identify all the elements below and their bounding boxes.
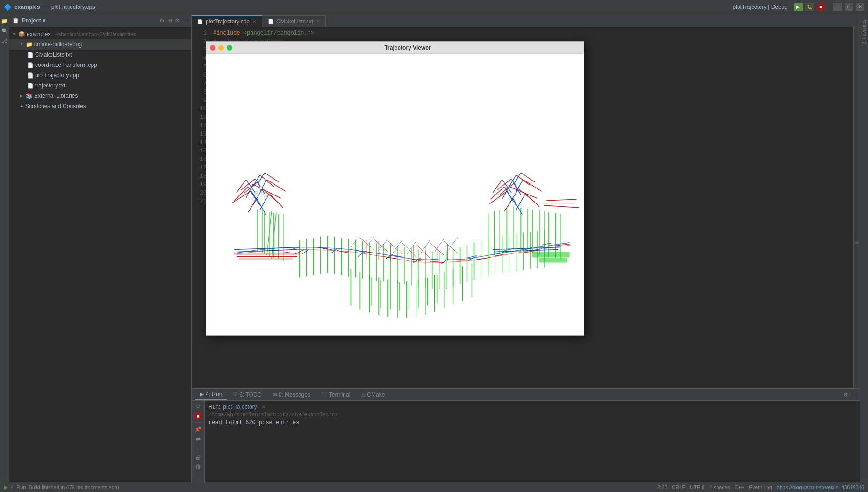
terminal-tab-icon: ⬛: [322, 392, 327, 397]
plottraj-item[interactable]: 📄 plotTrajectory.cpp: [9, 70, 191, 80]
tab-plottraj-close[interactable]: ✕: [252, 19, 256, 24]
project-toolbar: 📋 Project ▾ ⚙ ⊞ ⚙ —: [9, 14, 191, 27]
trajectory-item[interactable]: 📄 trajectory.txt: [9, 80, 191, 91]
todo-tab-icon: ☑: [233, 392, 237, 397]
editor-tabs: 📄 plotTrajectory.cpp ✕ 📄 CMakeLists.txt …: [192, 14, 860, 27]
pin-run-btn[interactable]: 📌: [194, 426, 202, 433]
left-icon-bar: 📁 🔍 ⎇: [0, 14, 9, 482]
layout-icon[interactable]: ⊞: [167, 17, 172, 24]
cpp-tab-icon: 📄: [197, 19, 203, 24]
todo-tab[interactable]: ☑ 6: TODO: [229, 390, 266, 400]
maximize-button[interactable]: □: [845, 3, 853, 11]
cmake-tab-icon: △: [361, 392, 365, 397]
gear2-icon[interactable]: ⚙: [175, 17, 180, 24]
cursor-position: 8:23: [657, 485, 667, 490]
wrap-run-btn[interactable]: ⇌: [194, 435, 202, 442]
project-tree: ▼ 📦 examples ~/shenlan/slambook2/ch3/exa…: [9, 27, 191, 482]
print-run-btn[interactable]: 🖨: [194, 454, 202, 461]
event-log-label: Event Log: [749, 485, 772, 490]
settings-icon[interactable]: ⚙: [159, 17, 165, 24]
trajectory-titlebar[interactable]: Trajectory Viewer: [206, 42, 584, 54]
messages-tab[interactable]: ✉ 0: Messages: [268, 390, 315, 400]
tab-plottraj[interactable]: 📄 plotTrajectory.cpp ✕: [192, 15, 262, 27]
traj-maximize-btn[interactable]: [227, 45, 232, 51]
scroll-run-btn[interactable]: ↓: [194, 444, 202, 452]
root-folder-icon: 📦: [18, 31, 25, 37]
project-icon: 📋: [12, 17, 19, 24]
file-icon-coord: 📄: [27, 62, 34, 68]
search-icon[interactable]: 🔍: [1, 28, 8, 34]
txt-tab-icon: 📄: [268, 19, 273, 24]
close-button[interactable]: ✕: [856, 3, 864, 11]
run-tab-status: 4: Run: [11, 485, 26, 490]
coordinatetransform-label: coordinateTransform.cpp: [35, 62, 97, 68]
restart-run-btn[interactable]: ↺: [194, 403, 202, 410]
bottom-tabs-bar: ▶ 4: Run ☑ 6: TODO ✉ 0: Messages ⬛ Termi…: [192, 389, 860, 401]
svg-rect-42: [253, 198, 255, 201]
run-tab[interactable]: ▶ 4: Run: [195, 390, 227, 400]
app-title: examples: [14, 4, 40, 10]
tree-root-item[interactable]: ▼ 📦 examples ~/shenlan/slambook2/ch3/exa…: [9, 29, 191, 39]
title-bar: 🔷 examples — plotTrajectory.cpp plotTraj…: [0, 0, 868, 14]
minimize-button[interactable]: ─: [833, 3, 842, 11]
title-separator: —: [43, 4, 49, 10]
todo-tab-label: 6: TODO: [239, 391, 262, 398]
run-left-toolbar: ↺ ■ 📌 ⇌ ↓ 🖨 🗑: [192, 401, 205, 482]
run-header-line: Run: plotTrajectory ✕: [208, 404, 856, 410]
traj-close-btn[interactable]: [210, 45, 215, 51]
tab-cmakelists[interactable]: 📄 CMakeLists.txt ✕: [262, 15, 326, 27]
code-line-1: #include <pangolin/pangolin.h>: [213, 29, 849, 37]
cmakelists-item[interactable]: 📄 CMakeLists.txt: [9, 50, 191, 60]
traj-minimize-btn[interactable]: [218, 45, 224, 51]
stop-run-btn[interactable]: ■: [194, 412, 202, 420]
cmake-folder-item[interactable]: ▼ 📁 cmake-build-debug: [9, 39, 191, 50]
terminal-tab-label: Terminal: [329, 391, 350, 398]
run-content: ↺ ■ 📌 ⇌ ↓ 🖨 🗑 Run: plotTrajectory: [192, 401, 860, 482]
run-main-output: Run: plotTrajectory ✕ /home/wh/shenlan/s…: [205, 401, 860, 482]
extlibs-icon: 📚: [26, 93, 33, 99]
messages-tab-icon: ✉: [273, 392, 277, 397]
terminal-tab[interactable]: ⬛ Terminal: [317, 390, 355, 400]
debug-button[interactable]: 🐛: [805, 3, 814, 11]
root-path: ~/shenlan/slambook2/ch3/examples: [54, 31, 136, 37]
scratches-item[interactable]: ✦ Scratches and Consoles: [9, 101, 191, 111]
cmake-folder-icon: 📁: [26, 41, 33, 48]
url-label: https://blog.csdn.net/weixin_43619346: [777, 485, 864, 490]
svg-rect-133: [539, 258, 567, 263]
scratches-label: Scratches and Consoles: [25, 103, 86, 109]
cmake-tab-label: CMake: [367, 391, 385, 398]
cmake-arrow-icon: ▼: [20, 42, 24, 47]
status-right: 8:23 CRLF UTF-8 4 spaces C++ Event Log h…: [657, 485, 864, 490]
minimize-panel-icon[interactable]: —: [183, 17, 188, 24]
file-icon-plot: 📄: [27, 72, 34, 79]
settings-panel-icon[interactable]: ⚙: [843, 391, 848, 398]
stop-button[interactable]: ■: [817, 3, 825, 11]
build-status-text: Build finished in 479 ms (moments ago): [29, 485, 119, 490]
minimize-panel2-icon[interactable]: —: [850, 391, 856, 398]
run-close-icon[interactable]: ✕: [262, 405, 265, 410]
editor-right-gutter: [853, 27, 860, 388]
git-icon[interactable]: ⎇: [1, 38, 7, 44]
trajectory-title: Trajectory Viewer: [235, 44, 580, 51]
file-title: plotTrajectory.cpp: [51, 4, 95, 10]
plottraj-label: plotTrajectory.cpp: [35, 72, 79, 79]
messages-tab-label: 0: Messages: [279, 391, 310, 398]
run-button[interactable]: ▶: [794, 3, 803, 11]
status-left: ▶ 4: Run Build finished in 479 ms (momen…: [4, 484, 657, 491]
file-icon-traj: 📄: [27, 83, 34, 89]
file-icon-cmake: 📄: [27, 52, 34, 58]
folder-icon[interactable]: 📁: [1, 18, 8, 24]
coordinatetransform-item[interactable]: 📄 coordinateTransform.cpp: [9, 60, 191, 70]
root-label: examples: [27, 31, 50, 37]
project-panel: 📋 Project ▾ ⚙ ⊞ ⚙ — ▼ 📦 examples ~/shenl…: [9, 14, 192, 482]
extlibs-item[interactable]: ▶ 📚 External Libraries: [9, 91, 191, 101]
svg-rect-40: [260, 187, 262, 189]
cmake-tab[interactable]: △ CMake: [357, 390, 389, 400]
tab-cmakelists-close[interactable]: ✕: [316, 19, 320, 24]
bottom-panel: ▶ 4: Run ☑ 6: TODO ✉ 0: Messages ⬛ Termi…: [192, 388, 860, 482]
scratches-icon: ✦: [20, 103, 24, 109]
trajectory-window[interactable]: Trajectory Viewer: [206, 41, 584, 336]
app-icon: 🔷: [4, 3, 12, 11]
delete-run-btn[interactable]: 🗑: [194, 463, 202, 470]
encoding-label: UTF-8: [690, 485, 704, 490]
